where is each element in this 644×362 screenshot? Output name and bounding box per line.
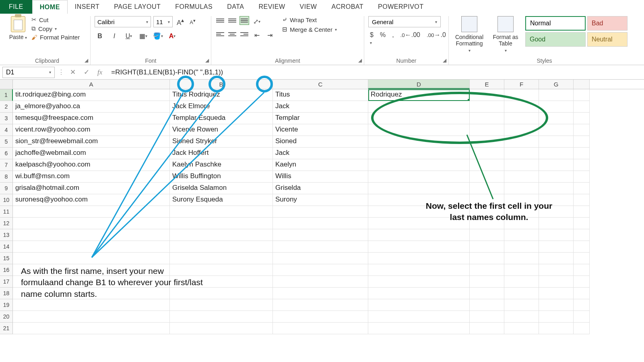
align-middle-button[interactable]: [227, 16, 237, 25]
cell-B3[interactable]: Templar Esqueda: [170, 113, 273, 124]
row-header-8[interactable]: 8: [0, 171, 13, 183]
cell-G3[interactable]: [539, 113, 574, 124]
cell-F7[interactable]: [504, 159, 539, 171]
cell-F5[interactable]: [504, 136, 539, 148]
cell-C20[interactable]: [273, 311, 368, 323]
cell-E13[interactable]: [470, 229, 504, 241]
decrease-decimal-button[interactable]: .00→.0: [425, 31, 448, 47]
cell-C17[interactable]: [273, 276, 368, 288]
row-header-21[interactable]: 21: [0, 323, 13, 334]
tab-data[interactable]: DATA: [220, 0, 251, 14]
col-header-G[interactable]: G: [539, 80, 574, 89]
cell-F6[interactable]: [504, 148, 539, 159]
cell-H12[interactable]: [574, 218, 590, 229]
cell-E19[interactable]: [470, 299, 504, 311]
decrease-font-icon[interactable]: A▾: [188, 17, 197, 26]
cell-H7[interactable]: [574, 159, 590, 171]
clipboard-launcher[interactable]: ◢: [83, 58, 89, 64]
cell-C21[interactable]: [273, 323, 368, 334]
cell-G12[interactable]: [539, 218, 574, 229]
row-header-17[interactable]: 17: [0, 276, 13, 288]
cell-D1[interactable]: Rodriquez: [368, 89, 470, 101]
fx-button[interactable]: fx: [95, 68, 105, 76]
accounting-format-button[interactable]: $ ▾: [368, 31, 375, 47]
cell-G4[interactable]: [539, 124, 574, 136]
row-header-9[interactable]: 9: [0, 183, 13, 194]
tab-powerpivot[interactable]: POWERPIVOT: [371, 0, 431, 14]
cell-G20[interactable]: [539, 311, 574, 323]
row-header-11[interactable]: 11: [0, 206, 13, 218]
cell-F17[interactable]: [504, 276, 539, 288]
cell-D19[interactable]: [368, 299, 470, 311]
cell-D20[interactable]: [368, 311, 470, 323]
cell-D21[interactable]: [368, 323, 470, 334]
col-header-D[interactable]: D: [368, 80, 470, 89]
cancel-formula-button[interactable]: ✕: [68, 68, 78, 76]
cell-F18[interactable]: [504, 288, 539, 299]
cell-F20[interactable]: [504, 311, 539, 323]
cell-G19[interactable]: [539, 299, 574, 311]
cell-C18[interactable]: [273, 288, 368, 299]
cell-B6[interactable]: Jack Hoffert: [170, 148, 273, 159]
paste-button[interactable]: Paste ▾: [8, 16, 28, 40]
cell-A11[interactable]: [13, 206, 170, 218]
cell-E6[interactable]: [470, 148, 504, 159]
tab-insert[interactable]: INSERT: [68, 0, 107, 14]
row-header-10[interactable]: 10: [0, 194, 13, 206]
row-header-13[interactable]: 13: [0, 229, 13, 241]
cell-D16[interactable]: [368, 264, 470, 276]
row-header-16[interactable]: 16: [0, 264, 13, 276]
row-header-18[interactable]: 18: [0, 288, 13, 299]
cell-A2[interactable]: ja_elmore@yahoo.ca: [13, 101, 170, 113]
row-header-7[interactable]: 7: [0, 159, 13, 171]
cell-B5[interactable]: Sioned Stryker: [170, 136, 273, 148]
cell-H2[interactable]: [574, 101, 590, 113]
cell-H17[interactable]: [574, 276, 590, 288]
cell-D14[interactable]: [368, 241, 470, 253]
cell-F14[interactable]: [504, 241, 539, 253]
cell-B14[interactable]: [170, 241, 273, 253]
cell-F3[interactable]: [504, 113, 539, 124]
cell-F8[interactable]: [504, 171, 539, 183]
cell-B12[interactable]: [170, 218, 273, 229]
cell-G2[interactable]: [539, 101, 574, 113]
cell-D11[interactable]: [368, 206, 470, 218]
tab-review[interactable]: REVIEW: [251, 0, 292, 14]
cell-H18[interactable]: [574, 288, 590, 299]
cell-F15[interactable]: [504, 253, 539, 264]
cell-A17[interactable]: [13, 276, 170, 288]
cell-A8[interactable]: wi.buff@msn.com: [13, 171, 170, 183]
tab-home[interactable]: HOME: [32, 0, 68, 14]
style-bad[interactable]: Bad: [587, 16, 627, 31]
cell-E11[interactable]: [470, 206, 504, 218]
cell-G15[interactable]: [539, 253, 574, 264]
formula-input[interactable]: =RIGHT(B1,LEN(B1)-FIND(" ",B1,1)): [108, 67, 642, 78]
cell-C9[interactable]: Griselda: [273, 183, 368, 194]
cell-E8[interactable]: [470, 171, 504, 183]
merge-center-button[interactable]: ⊟Merge & Center ▾: [282, 26, 337, 33]
cell-A18[interactable]: [13, 288, 170, 299]
comma-button[interactable]: ,: [390, 31, 395, 47]
cell-E15[interactable]: [470, 253, 504, 264]
name-box[interactable]: D1▾: [2, 67, 55, 78]
decrease-indent-button[interactable]: ⇤: [252, 30, 262, 40]
cell-B21[interactable]: [170, 323, 273, 334]
orientation-button[interactable]: ⤢ ▾: [252, 16, 262, 27]
cell-D17[interactable]: [368, 276, 470, 288]
style-good[interactable]: Good: [525, 32, 586, 47]
row-header-15[interactable]: 15: [0, 253, 13, 264]
increase-decimal-button[interactable]: .0←.00: [399, 31, 422, 47]
cell-F4[interactable]: [504, 124, 539, 136]
cell-A21[interactable]: [13, 323, 170, 334]
cell-F16[interactable]: [504, 264, 539, 276]
row-header-14[interactable]: 14: [0, 241, 13, 253]
font-name-select[interactable]: Calibri▾: [95, 16, 151, 27]
cell-B1[interactable]: Titus Rodriquez: [170, 89, 273, 101]
row-header-1[interactable]: 1: [0, 89, 13, 101]
cell-C2[interactable]: Jack: [273, 101, 368, 113]
cell-D15[interactable]: [368, 253, 470, 264]
col-header-E[interactable]: E: [470, 80, 504, 89]
cell-B9[interactable]: Griselda Salamon: [170, 183, 273, 194]
align-center-button[interactable]: [227, 30, 237, 39]
cell-D3[interactable]: [368, 113, 470, 124]
